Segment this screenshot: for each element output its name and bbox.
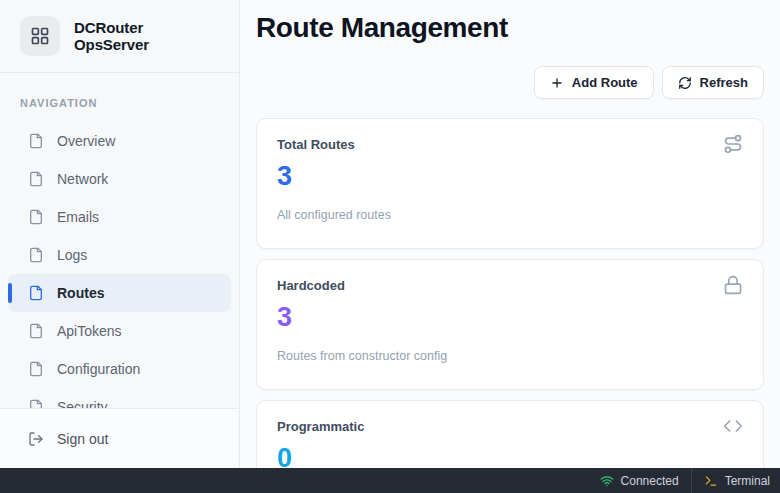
file-icon [28, 361, 44, 377]
sidebar-item-emails[interactable]: Emails [8, 198, 231, 236]
sidebar-item-label: Logs [57, 247, 87, 263]
page-title: Route Management [256, 12, 764, 44]
nav-section-label: NAVIGATION [0, 97, 239, 109]
sidebar: DCRouter OpsServer NAVIGATION Overview N… [0, 0, 240, 468]
wifi-icon [600, 474, 614, 488]
connection-status[interactable]: Connected [600, 474, 679, 488]
file-icon [28, 171, 44, 187]
card-subtitle: Routes from constructor config [277, 349, 743, 363]
refresh-button[interactable]: Refresh [662, 66, 764, 99]
card-title: Hardcoded [277, 275, 345, 293]
sidebar-item-logs[interactable]: Logs [8, 236, 231, 274]
sidebar-item-label: Overview [57, 133, 115, 149]
sidebar-header: DCRouter OpsServer [0, 0, 239, 73]
signout-label: Sign out [57, 431, 108, 447]
card-value: 3 [277, 161, 743, 192]
sidebar-item-label: Emails [57, 209, 99, 225]
card-title: Programmatic [277, 416, 364, 434]
status-divider [691, 468, 692, 493]
stat-cards: Total Routes 3 All configured routes Har… [256, 118, 764, 493]
terminal-label: Terminal [725, 474, 770, 488]
grid-icon [30, 26, 50, 46]
sidebar-item-label: Network [57, 171, 108, 187]
app-logo [20, 16, 60, 56]
code-icon [723, 416, 743, 436]
sidebar-item-routes[interactable]: Routes [8, 274, 231, 312]
file-icon [28, 247, 44, 263]
file-icon [28, 285, 44, 301]
add-route-label: Add Route [572, 75, 638, 90]
sidebar-item-label: ApiTokens [57, 323, 122, 339]
total-routes-card: Total Routes 3 All configured routes [256, 118, 764, 249]
hardcoded-card: Hardcoded 3 Routes from constructor conf… [256, 259, 764, 390]
sidebar-item-overview[interactable]: Overview [8, 122, 231, 160]
route-icon [723, 134, 743, 154]
sidebar-item-configuration[interactable]: Configuration [8, 350, 231, 388]
file-icon [28, 209, 44, 225]
connection-status-label: Connected [621, 474, 679, 488]
logout-icon [28, 431, 44, 447]
status-bar: Connected Terminal [0, 468, 780, 493]
signout-button[interactable]: Sign out [0, 408, 238, 468]
refresh-icon [678, 76, 692, 90]
card-value: 3 [277, 302, 743, 333]
sidebar-item-label: Routes [57, 285, 104, 301]
toolbar: Add Route Refresh [256, 66, 764, 99]
sidebar-item-label: Configuration [57, 361, 140, 377]
app-title: DCRouter OpsServer [74, 19, 219, 53]
plus-icon [550, 76, 564, 90]
add-route-button[interactable]: Add Route [534, 66, 654, 99]
lock-icon [723, 275, 743, 295]
sidebar-nav: Overview Network Emails Logs Routes ApiT… [0, 122, 239, 426]
card-subtitle: All configured routes [277, 208, 743, 222]
refresh-label: Refresh [700, 75, 748, 90]
sidebar-item-apitokens[interactable]: ApiTokens [8, 312, 231, 350]
card-title: Total Routes [277, 134, 355, 152]
main-content: Route Management Add Route Refresh Total… [240, 0, 780, 493]
terminal-icon [704, 474, 718, 488]
file-icon [28, 323, 44, 339]
terminal-toggle[interactable]: Terminal [704, 474, 770, 488]
file-icon [28, 133, 44, 149]
sidebar-item-network[interactable]: Network [8, 160, 231, 198]
